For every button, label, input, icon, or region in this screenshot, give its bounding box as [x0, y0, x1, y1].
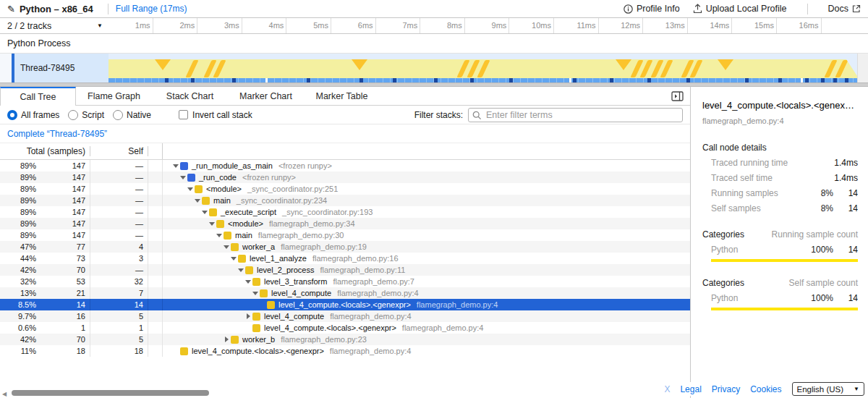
thread-track[interactable]: Thread-78495 [0, 54, 868, 82]
activity-graph[interactable] [109, 59, 857, 78]
category-square-icon [252, 313, 260, 321]
twisty-closed-icon[interactable] [244, 313, 252, 319]
footer-link-x[interactable]: X [664, 384, 670, 394]
call-tree-row[interactable]: 89%147—_run_code<frozen runpy> [0, 172, 690, 183]
column-header-total[interactable]: Total (samples) [0, 146, 90, 156]
self-cell: 5 [90, 334, 148, 345]
column-header-icon [148, 143, 163, 159]
tracks-summary: 2 / 2 tracks [7, 21, 51, 31]
call-tree-row[interactable]: 89%147—main_sync_coordinator.py:234 [0, 195, 690, 206]
tab-marker-chart[interactable]: Marker Chart [228, 87, 304, 106]
call-tree-row[interactable]: 89%147—<module>_sync_coordinator.py:251 [0, 183, 690, 195]
filter-stacks-label: Filter stacks: [414, 110, 463, 120]
twisty-open-icon[interactable] [237, 268, 245, 272]
sidebar-toggle-button[interactable] [670, 90, 684, 102]
self-cell: 4 [90, 241, 148, 253]
call-tree-row[interactable]: 13%217level_4_computeflamegraph_demo.py:… [0, 287, 690, 299]
footer-link-legal[interactable]: Legal [680, 384, 701, 394]
ruler-ticks[interactable]: 1ms2ms3ms4ms5ms6ms7ms8ms9ms10ms11ms12ms1… [109, 18, 857, 33]
categories-header: Categories Running sample count [702, 229, 858, 240]
call-tree-row[interactable]: 89%147—<module>flamegraph_demo.py:34 [0, 218, 690, 229]
breadcrumb-complete-thread[interactable]: Complete “Thread-78495” [7, 129, 107, 139]
twisty-open-icon[interactable] [244, 280, 252, 284]
horizontal-scrollbar[interactable]: ◀ [0, 389, 690, 398]
tab-stack-chart[interactable]: Stack Chart [152, 87, 228, 106]
self-cell: 32 [90, 276, 148, 287]
twisty-open-icon[interactable] [251, 292, 260, 295]
call-tree-row[interactable]: 89%147—mainflamegraph_demo.py:30 [0, 229, 690, 241]
radio-all-frames[interactable] [7, 110, 17, 120]
total-samples: 70 [36, 335, 90, 344]
external-link-icon [852, 4, 861, 13]
twisty-open-icon[interactable] [229, 257, 238, 261]
call-tree-row[interactable]: 9.7%165level_4_computeflamegraph_demo.py… [0, 310, 690, 322]
tracks-dropdown-button[interactable]: 2 / 2 tracks ▼ [0, 18, 109, 33]
radio-all-frames-label[interactable]: All frames [21, 110, 59, 120]
scrollbar-thumb[interactable] [12, 390, 209, 396]
function-location: flamegraph_demo.py:19 [281, 242, 367, 251]
categories-label: Categories [702, 229, 744, 240]
call-tree-row[interactable]: 42%70—level_2_processflamegraph_demo.py:… [0, 264, 690, 276]
function-name: level_4_compute [264, 312, 324, 321]
tab-marker-table[interactable]: Marker Table [304, 87, 380, 106]
profile-info-button[interactable]: Profile Info [624, 4, 680, 14]
call-tree-row[interactable]: 0.6%11level_4_compute.<locals>.<genexpr>… [0, 322, 690, 334]
total-percent: 9.7% [0, 312, 36, 321]
radio-script[interactable] [68, 110, 78, 120]
twisty-closed-icon[interactable] [222, 336, 231, 342]
call-tree-row[interactable]: 8.5%1414level_4_compute.<locals>.<genexp… [0, 299, 690, 310]
upload-profile-button[interactable]: Upload Local Profile [693, 4, 787, 14]
function-location: flamegraph_demo.py:34 [269, 219, 355, 228]
language-select[interactable]: English (US) ▼ [792, 382, 864, 396]
detail-value: 1.4ms [833, 174, 858, 183]
radio-script-label[interactable]: Script [82, 110, 104, 120]
radio-native[interactable] [113, 110, 123, 120]
call-tree-rows: 89%147—_run_module_as_main<frozen runpy>… [0, 160, 690, 398]
thread-activity-track[interactable] [109, 54, 857, 82]
twisty-open-icon[interactable] [208, 222, 216, 226]
invert-call-stack-label[interactable]: Invert call stack [192, 110, 252, 120]
chevron-down-icon: ▼ [97, 22, 103, 29]
ruler-gutter [857, 18, 868, 33]
sample-dense-tick [232, 78, 236, 82]
twisty-open-icon[interactable] [171, 164, 180, 168]
total-percent: 13% [0, 289, 36, 297]
call-tree-row[interactable]: 89%147—_run_module_as_main<frozen runpy> [0, 160, 690, 172]
twisty-open-icon[interactable] [193, 199, 202, 203]
category-square-icon [209, 208, 217, 216]
filter-stacks-input[interactable] [468, 108, 683, 122]
twisty-open-icon[interactable] [186, 187, 195, 191]
footer: X Legal Privacy Cookies English (US) ▼ [658, 382, 864, 396]
invert-call-stack-checkbox[interactable] [179, 110, 188, 119]
docs-button[interactable]: Docs [828, 4, 861, 14]
twisty-open-icon[interactable] [215, 234, 224, 237]
call-tree-row[interactable]: 32%5332level_3_transformflamegraph_demo.… [0, 276, 690, 287]
ruler-tick: 7ms [376, 18, 421, 33]
sample-strip[interactable] [109, 78, 857, 82]
footer-link-cookies[interactable]: Cookies [750, 384, 781, 394]
tab-flame-graph[interactable]: Flame Graph [76, 87, 152, 106]
icon-cell [148, 241, 163, 253]
call-tree-row[interactable]: 44%733level_1_analyzeflamegraph_demo.py:… [0, 253, 690, 264]
scroll-left-icon[interactable]: ◀ [2, 391, 7, 397]
twisty-open-icon[interactable] [200, 211, 209, 214]
column-header-self[interactable]: Self [90, 146, 148, 156]
call-tree-row[interactable]: 47%774worker_aflamegraph_demo.py:19 [0, 241, 690, 253]
sample-gap [801, 78, 803, 82]
thread-track-label-cell[interactable]: Thread-78495 [14, 54, 109, 82]
footer-link-privacy[interactable]: Privacy [712, 384, 740, 394]
total-cell: 9.7%16 [0, 310, 90, 322]
call-tree-row[interactable]: 89%147—_execute_script_sync_coordinator.… [0, 206, 690, 218]
edit-profile-name-icon[interactable]: ✎ [7, 4, 15, 14]
call-tree-row[interactable]: 11%1818level_4_compute.<locals>.<genexpr… [0, 345, 690, 357]
call-tree-row[interactable]: 42%705worker_bflamegraph_demo.py:23 [0, 334, 690, 345]
tab-call-tree[interactable]: Call Tree [0, 87, 76, 106]
process-track-header[interactable]: Python Process [0, 34, 868, 54]
function-location: _sync_coordinator.py:234 [237, 196, 327, 205]
twisty-open-icon[interactable] [222, 245, 231, 249]
function-name: _run_module_as_main [192, 161, 273, 170]
twisty-open-icon[interactable] [179, 176, 187, 179]
full-range-link[interactable]: Full Range (17ms) [116, 4, 187, 14]
ruler-tick: 15ms [732, 18, 777, 33]
radio-native-label[interactable]: Native [127, 110, 151, 120]
